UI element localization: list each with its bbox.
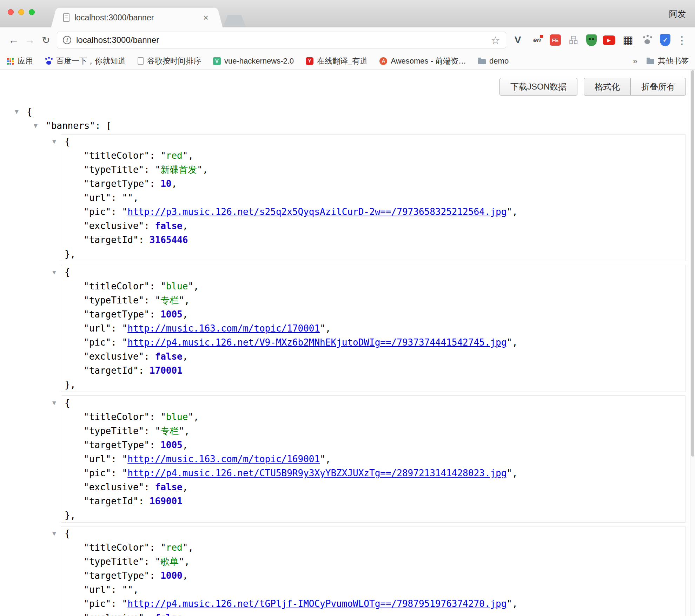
download-json-button[interactable]: 下载JSON数据 (499, 78, 577, 96)
forward-button[interactable]: → (22, 32, 38, 48)
qr-code-icon[interactable]: ▦ (621, 33, 635, 47)
json-punctuation: : (150, 440, 160, 450)
json-comma: , (193, 281, 199, 291)
json-quote: " (155, 426, 161, 436)
collapse-triangle-icon[interactable]: ▼ (52, 265, 56, 279)
json-punctuation: { (65, 528, 70, 539)
youtube-icon[interactable]: ▶ (603, 35, 615, 45)
translate-en-icon[interactable]: en (530, 33, 544, 47)
json-link-value[interactable]: http://music.163.com/m/topic/169001 (127, 454, 320, 464)
fehelper-icon[interactable]: FE (550, 34, 561, 46)
json-quote: " (160, 412, 166, 422)
window-minimize-button[interactable] (18, 9, 24, 15)
json-key: "targetType" (84, 570, 150, 581)
json-link-value[interactable]: http://p3.music.126.net/s25q2x5QyqsAzilC… (127, 207, 507, 217)
json-number-value: 10 (160, 178, 171, 189)
json-quote: " (122, 468, 128, 478)
json-punctuation: : (111, 468, 122, 478)
json-string-value: red (166, 150, 183, 161)
json-key: "url" (84, 323, 111, 334)
json-link-value[interactable]: http://p4.music.126.net/CTU5B9R9y3XyYBZX… (127, 468, 507, 478)
bookmark-label: 百度一下，你就知道 (56, 56, 126, 66)
json-quote: " (127, 584, 133, 595)
json-comma: , (183, 309, 188, 320)
json-key: "typeTitle" (84, 426, 144, 436)
json-punctuation: : (144, 351, 155, 362)
window-zoom-button[interactable] (29, 9, 35, 15)
green-shield-icon[interactable] (586, 34, 597, 46)
json-string-value: 专栏 (160, 426, 179, 436)
bookmark-item[interactable]: demo (478, 57, 509, 66)
json-field-line: "exclusive": false, (61, 480, 686, 494)
url-text: localhost:3000/banner (76, 35, 491, 45)
tab-close-icon[interactable]: × (201, 13, 211, 22)
window-close-button[interactable] (8, 9, 14, 15)
json-number-value: 170001 (150, 365, 183, 376)
bookmarks-right: » 其他书签 (633, 56, 689, 66)
json-comma: , (184, 295, 190, 306)
json-quote: " (122, 584, 128, 595)
json-quote: " (155, 556, 161, 567)
json-link-value[interactable]: http://music.163.com/m/topic/170001 (127, 323, 320, 334)
json-comma: , (183, 482, 188, 492)
browser-tab[interactable]: localhost:3000/banner × (60, 8, 214, 27)
bookmark-item[interactable]: Y在线翻译_有道 (306, 56, 368, 66)
json-punctuation: : (150, 178, 160, 189)
collapse-triangle-icon[interactable]: ▼ (15, 105, 19, 119)
new-tab-button[interactable] (223, 15, 246, 27)
json-quote: " (179, 295, 184, 306)
json-link-value[interactable]: http://p4.music.126.net/tGPljf-IMOCyPvum… (127, 598, 507, 609)
browser-menu-icon[interactable]: ⋮ (675, 34, 689, 46)
collapse-all-button[interactable]: 折叠所有 (630, 78, 686, 96)
json-link-value[interactable]: http://p4.music.126.net/V9-MXz6b2MNhEKju… (127, 337, 507, 348)
json-punctuation: : (144, 295, 155, 306)
bookmark-item[interactable]: Vvue-hackernews-2.0 (213, 57, 294, 66)
json-banners-line: ▼"banners": [ (0, 119, 695, 133)
button-group: 格式化 折叠所有 (584, 78, 686, 96)
org-tree-icon[interactable]: 品 (567, 33, 580, 47)
bookmark-item[interactable]: 应用 (6, 56, 33, 66)
profile-name[interactable]: 阿发 (669, 8, 686, 20)
json-comma: , (171, 178, 177, 189)
format-button[interactable]: 格式化 (584, 78, 631, 96)
paw-icon[interactable] (641, 33, 654, 47)
json-key: "banners" (46, 120, 95, 131)
bookmark-item[interactable]: 谷歌按时间排序 (138, 56, 201, 66)
json-punctuation: : (139, 496, 150, 506)
bookmark-item[interactable]: AAwesomes - 前端资… (379, 56, 466, 66)
collapse-triangle-icon[interactable]: ▼ (52, 396, 56, 410)
collapse-triangle-icon[interactable]: ▼ (52, 526, 56, 540)
json-comma: , (325, 454, 331, 464)
json-key: "targetId" (84, 235, 139, 245)
other-bookmarks[interactable]: 其他书签 (647, 56, 689, 66)
json-punctuation: : (111, 598, 122, 609)
back-button[interactable]: ← (6, 32, 22, 48)
json-quote: " (197, 164, 203, 175)
json-punctuation: : (139, 365, 150, 376)
scrollbar-thumb[interactable] (691, 70, 694, 457)
json-punctuation: : (144, 221, 155, 231)
json-punctuation: : (111, 584, 122, 595)
collapse-triangle-icon[interactable]: ▼ (52, 135, 56, 149)
json-key: "pic" (84, 598, 111, 609)
vimium-v-icon[interactable]: V (511, 33, 524, 47)
bookmark-item[interactable]: 百度一下，你就知道 (45, 56, 126, 66)
tab-title: localhost:3000/banner (74, 13, 201, 22)
json-string-value: blue (166, 281, 188, 291)
bookmark-star-icon[interactable]: ☆ (491, 34, 500, 46)
collapse-triangle-icon[interactable]: ▼ (34, 119, 38, 133)
json-field-line: "url": "http://music.163.com/m/topic/169… (61, 452, 686, 466)
reload-button[interactable]: ↻ (38, 32, 54, 48)
json-string-value: 新碟首发 (160, 164, 197, 175)
bookmarks-overflow-icon[interactable]: » (633, 56, 637, 66)
page-info-icon[interactable]: i (63, 36, 71, 44)
json-key: "exclusive" (84, 221, 144, 231)
json-number-value: 1000 (160, 570, 183, 581)
json-number-value: 1005 (160, 309, 183, 320)
json-key: "titleColor" (84, 150, 150, 161)
shield-check-icon[interactable]: ✓ (660, 34, 670, 46)
url-bar[interactable]: i localhost:3000/banner ☆ (57, 32, 506, 48)
json-object-open-line: ▼{ (61, 526, 686, 540)
json-punctuation: : (111, 323, 122, 334)
json-key: "pic" (84, 207, 111, 217)
